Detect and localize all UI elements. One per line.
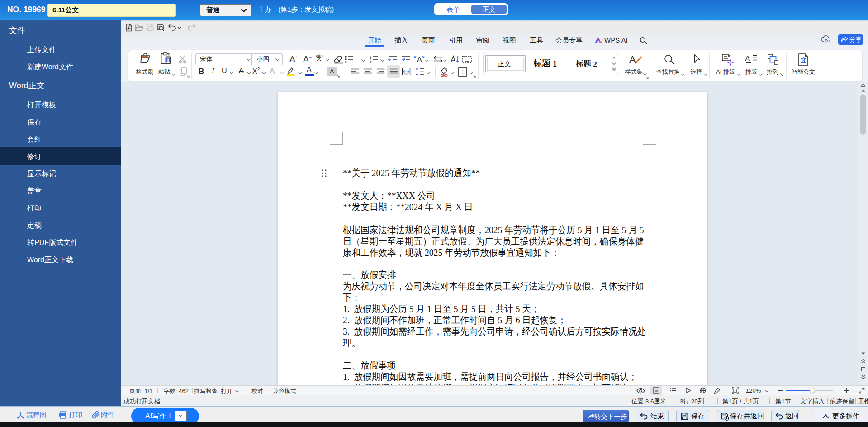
svg-text:A: A bbox=[629, 54, 636, 65]
svg-text:3: 3 bbox=[370, 61, 372, 63]
svg-text:A: A bbox=[417, 56, 422, 63]
svg-text:A: A bbox=[745, 54, 750, 63]
